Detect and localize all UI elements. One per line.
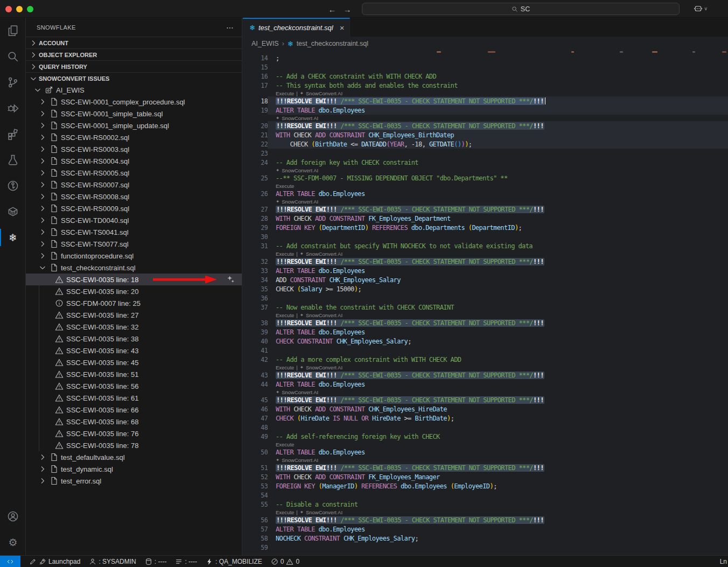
code-line[interactable]: 45!!!RESOLVE EWI!!! /*** SSC-EWI-0035 - … [243, 395, 728, 404]
code-line[interactable]: 57ALTER TABLE dbo.Employees [243, 524, 728, 534]
tree-file-row[interactable]: SSC-EWI-TS0041.sql [26, 226, 242, 238]
profile-menu[interactable]: ∨ [694, 4, 708, 13]
codelens-snowconvert-ai[interactable]: SnowConvert AI [306, 90, 342, 96]
issue-row[interactable]: SSC-EWI-0035 line: 20 [26, 285, 242, 297]
issue-row[interactable]: SSC-EWI-0035 line: 66 [26, 404, 242, 416]
code-line[interactable]: 30 [243, 232, 728, 241]
code-line[interactable]: 20!!!RESOLVE EWI!!! /*** SSC-EWI-0035 - … [243, 121, 728, 130]
activitybar-containers[interactable] [0, 199, 26, 225]
codelens-snowconvert-ai[interactable]: SnowConvert AI [282, 199, 318, 205]
activitybar-extensions[interactable] [0, 121, 26, 147]
codelens-snowconvert-ai[interactable]: SnowConvert AI [282, 457, 318, 463]
section-object-explorer[interactable]: OBJECT EXPLORER [26, 48, 242, 60]
tree-file-row[interactable]: SSC-EWI-TD0040.sql [26, 214, 242, 226]
tree-file-row[interactable]: SSC-EWI-0001_simple_table.sql [26, 108, 242, 120]
tab-test-checkconstraint[interactable]: ❄ test_checkconstraint.sql × [243, 18, 350, 37]
issue-row[interactable]: SSC-EWI-0035 line: 43 [26, 345, 242, 356]
activitybar-accounts[interactable] [0, 503, 26, 529]
activitybar-source-control[interactable] [0, 69, 26, 95]
status-warehouse[interactable]: : QA_MOBILIZE [206, 558, 262, 565]
codelens-snowconvert-ai[interactable]: SnowConvert AI [306, 312, 342, 318]
tab-close-icon[interactable]: × [340, 23, 345, 32]
back-arrow-icon[interactable]: ← [326, 3, 338, 15]
codelens-snowconvert-ai[interactable]: SnowConvert AI [282, 167, 318, 173]
more-actions-icon[interactable]: ⋯ [226, 23, 234, 32]
issue-row[interactable]: SSC-EWI-0035 line: 56 [26, 380, 242, 392]
code-line[interactable]: 37-- Now enable the constraint with CHEC… [243, 303, 728, 312]
breadcrumb-root[interactable]: AI_EWIS [251, 40, 279, 47]
code-line[interactable]: 50ALTER TABLE dbo.Employees [243, 447, 728, 457]
tree-file-row[interactable]: SSC-EWI-TS0077.sql [26, 238, 242, 250]
status-problems[interactable]: 00 [271, 558, 299, 565]
code-line[interactable]: 22 CHECK (BirthDate <= DATEADD(YEAR, -18… [243, 139, 728, 149]
issue-row[interactable]: SSC-EWI-0035 line: 27 [26, 309, 242, 321]
code-line[interactable]: 21WITH CHECK ADD CONSTRAINT CHK_Employee… [243, 130, 728, 139]
activitybar-explorer[interactable] [0, 18, 26, 44]
breadcrumb-file[interactable]: test_checkconstraint.sql [297, 40, 368, 47]
code-line[interactable]: 48 [243, 423, 728, 432]
code-line[interactable]: 29FOREIGN KEY (DepartmentID) REFERENCES … [243, 223, 728, 232]
ai-fix-sparkle-icon[interactable] [227, 275, 235, 283]
code-line[interactable]: 40CHECK CONSTRAINT CHK_Employees_Salary; [243, 337, 728, 346]
command-center-search[interactable]: SC [362, 3, 680, 15]
traffic-light-zoom[interactable] [27, 6, 33, 12]
activitybar-search[interactable] [0, 44, 26, 69]
code-line[interactable]: 14; [243, 53, 728, 62]
codelens-snowconvert-ai[interactable]: SnowConvert AI [282, 389, 318, 395]
code-line[interactable]: 28WITH CHECK ADD CONSTRAINT FK_Employees… [243, 214, 728, 223]
code-line[interactable]: 42-- Add a more complex constraint with … [243, 355, 728, 364]
code-line[interactable]: 41 [243, 346, 728, 355]
tree-file-row[interactable]: SSC-EWI-RS0005.sql [26, 167, 242, 179]
code-line[interactable]: 52WITH CHECK ADD CONSTRAINT FK_Employees… [243, 472, 728, 481]
tree-file-row[interactable]: SSC-EWI-0001_complex_procedure.sql [26, 96, 242, 108]
code-line[interactable]: 27!!!RESOLVE EWI!!! /*** SSC-EWI-0035 - … [243, 205, 728, 214]
code-line[interactable]: 34ADD CONSTRAINT CHK_Employees_Salary [243, 275, 728, 284]
code-line[interactable]: 56!!!RESOLVE EWI!!! /*** SSC-EWI-0035 - … [243, 515, 728, 524]
code-line[interactable]: 15 [243, 62, 728, 72]
issue-row[interactable]: SSC-EWI-0035 line: 38 [26, 333, 242, 345]
issue-row[interactable]: SSC-FDM-0007 line: 25 [26, 297, 242, 309]
status-schema[interactable]: : ---- [175, 558, 197, 565]
traffic-light-close[interactable] [5, 6, 12, 12]
tree-file-row[interactable]: SSC-EWI-0001_simple_update.sql [26, 120, 242, 131]
code-line[interactable]: 58NOCHECK CONSTRAINT CHK_Employees_Salar… [243, 534, 728, 543]
tree-file-row[interactable]: test_dynamic.sql [26, 463, 242, 475]
code-line[interactable]: 49-- Add self-referencing foreign key wi… [243, 432, 728, 441]
section-snowconvert-issues[interactable]: SNOWCONVERT ISSUES [26, 72, 242, 84]
code-line[interactable]: 39ALTER TABLE dbo.Employees [243, 327, 728, 337]
code-line[interactable]: 36 [243, 293, 728, 303]
code-line[interactable]: 47CHECK (HireDate IS NULL OR HireDate >=… [243, 414, 728, 423]
code-line[interactable]: 23 [243, 149, 728, 158]
codelens-execute[interactable]: Execute [276, 509, 294, 515]
status-launchpad[interactable]: Launchpad [29, 558, 80, 565]
codelens-execute[interactable]: Execute [276, 183, 294, 189]
codelens-execute[interactable]: Execute [276, 442, 294, 447]
tree-file-row[interactable]: functiontoprocedure.sql [26, 250, 242, 262]
status-role[interactable]: : SYSADMIN [89, 558, 136, 565]
section-query-history[interactable]: QUERY HISTORY [26, 60, 242, 72]
activitybar-testing[interactable] [0, 147, 26, 173]
tree-file-row[interactable]: SSC-EWI-RS0007.sql [26, 179, 242, 191]
codelens-snowconvert-ai[interactable]: SnowConvert AI [306, 365, 342, 370]
code-line[interactable]: 55-- Disable a constraint [243, 500, 728, 509]
codelens-snowconvert-ai[interactable]: SnowConvert AI [306, 509, 342, 515]
codelens-execute[interactable]: Execute [276, 90, 294, 96]
issue-row[interactable]: SSC-EWI-0035 line: 61 [26, 392, 242, 404]
tree-file-row[interactable]: test_checkconstraint.sql [26, 262, 242, 274]
tree-file-row[interactable]: SSC-EWI-RS0008.sql [26, 191, 242, 202]
activitybar-snowflake[interactable]: ❄ [0, 225, 26, 250]
codelens-snowconvert-ai[interactable]: SnowConvert AI [282, 115, 318, 121]
code-line[interactable]: 46WITH CHECK ADD CONSTRAINT CHK_Employee… [243, 404, 728, 414]
activitybar-remote-explorer[interactable] [0, 173, 26, 199]
code-line[interactable]: 26ALTER TABLE dbo.Employees [243, 189, 728, 198]
code-line[interactable]: 25--** SSC-FDM-0007 - MISSING DEPENDENT … [243, 173, 728, 183]
tree-schema-row[interactable]: AI_EWIS [26, 84, 242, 96]
code-line[interactable]: 38!!!RESOLVE EWI!!! /*** SSC-EWI-0035 - … [243, 318, 728, 327]
code-line[interactable]: 24-- Add foreign key with CHECK constrai… [243, 158, 728, 167]
issue-row[interactable]: SSC-EWI-0035 line: 45 [26, 356, 242, 368]
tree-file-row[interactable]: SSC-EWI-RS0004.sql [26, 155, 242, 167]
codelens-snowconvert-ai[interactable]: SnowConvert AI [306, 251, 342, 257]
code-line[interactable]: 59 [243, 543, 728, 552]
issue-row[interactable]: SSC-EWI-0035 line: 32 [26, 321, 242, 333]
issue-row[interactable]: SSC-EWI-0035 line: 76 [26, 428, 242, 439]
